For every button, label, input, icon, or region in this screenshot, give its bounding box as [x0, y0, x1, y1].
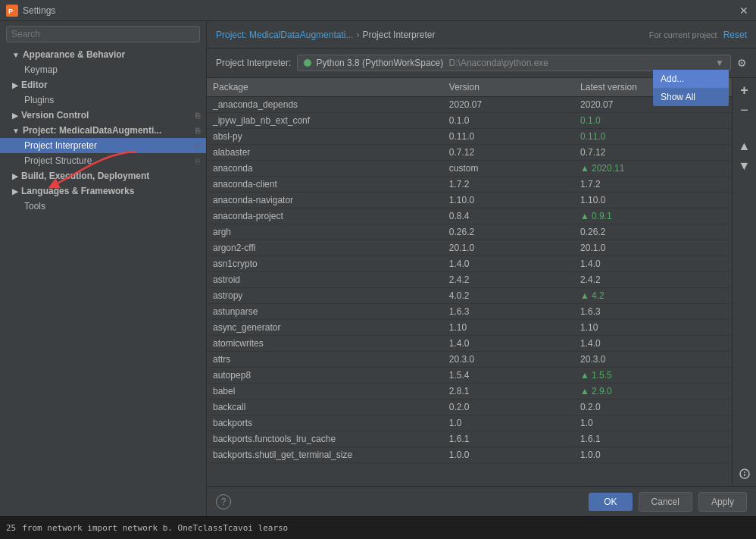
expand-arrow: ▶	[12, 187, 18, 196]
version-cell: 1.7.2	[443, 177, 574, 193]
col-version[interactable]: Version	[443, 78, 574, 97]
latest-version-cell: 0.11.0	[574, 129, 732, 145]
version-cell: 20.1.0	[443, 240, 574, 256]
latest-version-value: 0.9.1	[592, 211, 612, 221]
interpreter-select[interactable]: Python 3.8 (PythonWorkSpace) D:\Anaconda…	[297, 55, 731, 71]
version-cell: custom	[443, 161, 574, 177]
terminal-strip: 25 from network import network b. OneTcl…	[0, 516, 756, 539]
table-row: _ipyw_jlab_nb_ext_conf0.1.00.1.0	[207, 113, 732, 129]
version-cell: 1.4.0	[443, 256, 574, 272]
sidebar-item-project-interpreter[interactable]: Project Interpreter ⎘	[0, 138, 206, 153]
copy-icon: ⎘	[195, 127, 200, 135]
upgrade-arrow-icon: ▲	[580, 290, 589, 301]
table-row: backports1.01.0	[207, 415, 732, 431]
sidebar-item-keymap[interactable]: Keymap	[0, 62, 206, 77]
sidebar-item-label: Plugins	[12, 95, 54, 105]
sidebar-item-project-structure[interactable]: Project Structure ⎘	[0, 153, 206, 168]
version-cell: 1.6.1	[443, 431, 574, 447]
latest-version-value: 2.9.0	[592, 386, 612, 396]
version-cell: 1.4.0	[443, 336, 574, 352]
breadcrumb-right: For current project Reset	[649, 30, 747, 40]
latest-version-cell: 1.0.0	[574, 447, 732, 463]
latest-version-cell: 1.10.0	[574, 193, 732, 208]
version-cell: 0.7.12	[443, 145, 574, 161]
copy-icon: ⎘	[195, 142, 200, 150]
version-cell: 1.10	[443, 320, 574, 336]
latest-version-cell: 20.3.0	[574, 352, 732, 368]
add-package-button[interactable]: +	[736, 81, 754, 99]
interpreter-gear-button[interactable]: ⚙	[737, 57, 747, 69]
main-content: ▼ Appearance & Behavior Keymap ▶ Editor …	[0, 21, 756, 516]
sidebar-item-label: Keymap	[24, 64, 58, 75]
help-button[interactable]: ?	[216, 494, 231, 509]
inspect-button[interactable]	[736, 465, 754, 483]
table-row: atomicwrites1.4.01.4.0	[207, 336, 732, 352]
terminal-line-number: 25	[6, 523, 16, 533]
search-input[interactable]	[6, 26, 200, 42]
latest-version-cell: 1.6.1	[574, 431, 732, 447]
table-row: astroid2.4.22.4.2	[207, 272, 732, 288]
version-cell: 0.8.4	[443, 208, 574, 224]
package-name-cell: anaconda	[207, 161, 443, 177]
sidebar-item-build-execution[interactable]: ▶ Build, Execution, Deployment	[0, 168, 206, 183]
expand-arrow: ▼	[12, 127, 20, 135]
ok-button[interactable]: OK	[589, 493, 632, 511]
sidebar-item-languages-frameworks[interactable]: ▶ Languages & Frameworks	[0, 183, 206, 199]
package-name-cell: asn1crypto	[207, 256, 443, 272]
latest-version-value: 4.2	[592, 290, 604, 301]
version-cell: 1.5.4	[443, 368, 574, 384]
version-cell: 20.3.0	[443, 352, 574, 368]
cancel-button[interactable]: Cancel	[639, 492, 692, 512]
version-cell: 0.1.0	[443, 113, 574, 129]
for-current-project-label: For current project	[649, 30, 717, 39]
col-package[interactable]: Package	[207, 78, 443, 97]
sidebar-item-version-control[interactable]: ▶ Version Control ⎘	[0, 108, 206, 123]
table-row: backports.shutil_get_terminal_size1.0.01…	[207, 447, 732, 463]
reset-button[interactable]: Reset	[723, 30, 747, 40]
breadcrumb-project-link[interactable]: Project: MedicalDataAugmentati...	[216, 30, 353, 40]
sidebar-item-plugins[interactable]: Plugins	[0, 92, 206, 108]
status-dot	[304, 59, 311, 67]
remove-package-button[interactable]: −	[736, 101, 754, 119]
latest-version-cell: 1.7.2	[574, 177, 732, 193]
packages-table-wrapper[interactable]: Package Version Latest version _anaconda…	[207, 78, 732, 486]
sidebar-item-project[interactable]: ▼ Project: MedicalDataAugmenti... ⎘	[0, 123, 206, 138]
search-box	[0, 21, 206, 47]
app-icon: P	[6, 5, 18, 17]
table-row: argh0.26.20.26.2	[207, 224, 732, 240]
table-row: anaconda-client1.7.21.7.2	[207, 177, 732, 193]
package-name-cell: autopep8	[207, 368, 443, 384]
latest-version-value: 0.1.0	[580, 115, 601, 126]
sidebar-item-tools[interactable]: Tools	[0, 199, 206, 214]
expand-arrow: ▶	[12, 111, 18, 120]
close-button[interactable]: ✕	[738, 5, 750, 17]
scroll-up-button[interactable]: ▲	[736, 137, 754, 155]
latest-version-value: 0.11.0	[580, 131, 605, 142]
dropdown-add-item[interactable]: Add...	[653, 70, 729, 88]
interpreter-name: Python 3.8 (PythonWorkSpace) D:\Anaconda…	[316, 58, 715, 68]
expand-arrow: ▶	[12, 172, 18, 180]
table-row: absl-py0.11.00.11.0	[207, 129, 732, 145]
package-name-cell: anaconda-navigator	[207, 193, 443, 208]
version-cell: 1.0	[443, 415, 574, 431]
packages-panel: Package Version Latest version _anaconda…	[207, 78, 756, 486]
version-cell: 4.0.2	[443, 288, 574, 304]
copy-icon: ⎘	[195, 157, 200, 165]
latest-version-cell: 1.10	[574, 320, 732, 336]
package-name-cell: atomicwrites	[207, 336, 443, 352]
bottom-left: ?	[216, 494, 231, 509]
sidebar-item-appearance-behavior[interactable]: ▼ Appearance & Behavior	[0, 47, 206, 62]
interpreter-label: Project Interpreter:	[216, 58, 291, 68]
sidebar-item-editor[interactable]: ▶ Editor	[0, 77, 206, 92]
dropdown-show-all-item[interactable]: Show All	[653, 88, 729, 106]
package-name-cell: backports	[207, 415, 443, 431]
package-name-cell: attrs	[207, 352, 443, 368]
latest-version-cell: ▲4.2	[574, 288, 732, 304]
apply-button[interactable]: Apply	[698, 492, 747, 512]
expand-arrow: ▼	[12, 51, 20, 59]
sidebar-item-label: Appearance & Behavior	[23, 49, 125, 60]
svg-text:P: P	[8, 8, 13, 15]
package-name-cell: _ipyw_jlab_nb_ext_conf	[207, 113, 443, 129]
version-cell: 1.10.0	[443, 193, 574, 208]
scroll-down-button[interactable]: ▼	[736, 157, 754, 175]
